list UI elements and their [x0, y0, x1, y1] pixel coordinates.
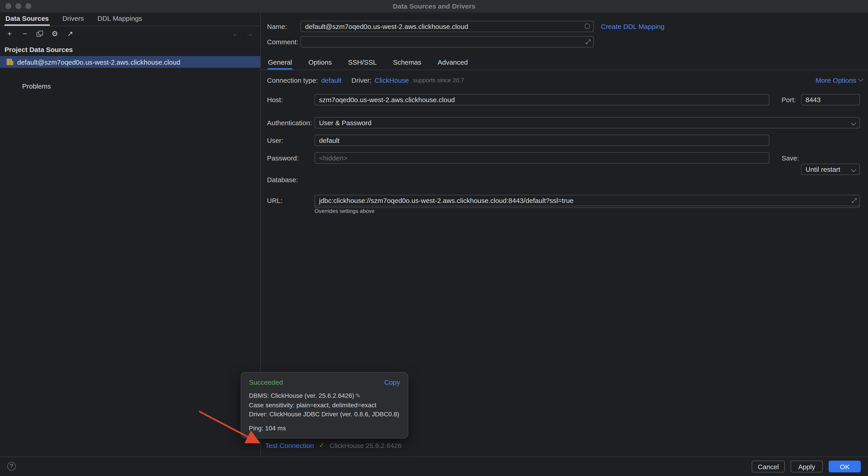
port-input[interactable] — [801, 94, 860, 105]
user-input[interactable] — [314, 135, 769, 146]
dialog-footer: ? Cancel Apply OK — [0, 456, 868, 476]
url-note: Overrides settings above — [314, 208, 374, 214]
apply-button[interactable]: Apply — [790, 461, 823, 472]
driver-line: Driver: ClickHouse JDBC Driver (ver. 0.8… — [249, 410, 400, 418]
ping-line: Ping: 104 ms — [249, 424, 400, 432]
annotation-arrow — [189, 399, 271, 447]
left-panel: Data Sources Drivers DDL Mappings + − ⚙ … — [0, 12, 260, 456]
data-source-row-selected[interactable]: default@szm7oqed0o.us-west-2.aws.clickho… — [0, 56, 260, 68]
export-icon[interactable]: ↗ — [66, 30, 74, 37]
forward-icon[interactable]: → — [246, 30, 253, 38]
data-source-name: default@szm7oqed0o.us-west-2.aws.clickho… — [17, 58, 180, 66]
copy-button[interactable]: Copy — [384, 378, 400, 386]
connection-type-label: Connection type: — [267, 76, 318, 84]
comment-input[interactable] — [301, 36, 594, 47]
titlebar: Data Sources and Drivers — [0, 0, 868, 13]
tab-advanced[interactable]: Advanced — [437, 56, 468, 70]
name-label: Name: — [267, 21, 287, 32]
connection-type-row: Connection type: default Driver: ClickHo… — [261, 74, 868, 86]
authentication-label: Authentication: — [267, 117, 312, 128]
comment-label: Comment: — [267, 36, 298, 47]
authentication-value: User & Password — [319, 119, 372, 127]
more-options-label: More Options — [815, 76, 856, 84]
comment-field-wrap: ⤢ — [301, 36, 594, 47]
chevron-down-icon — [851, 121, 856, 126]
tab-general[interactable]: General — [268, 56, 292, 70]
help-icon[interactable]: ? — [7, 462, 16, 471]
tab-ssh-ssl[interactable]: SSH/SSL — [347, 56, 377, 70]
dbms-line: DBMS: ClickHouse (ver. 25.6.2.6426)✎ — [249, 391, 400, 401]
left-tab-bar: Data Sources Drivers DDL Mappings — [0, 12, 260, 26]
url-input[interactable] — [314, 195, 860, 206]
port-label: Port: — [781, 94, 796, 105]
more-options-button[interactable]: More Options — [815, 74, 863, 86]
name-input[interactable] — [301, 21, 594, 32]
gear-icon[interactable]: ⚙ — [51, 30, 58, 37]
popup-details: DBMS: ClickHouse (ver. 25.6.2.6426)✎ Cas… — [249, 391, 400, 418]
user-field-wrap — [314, 135, 769, 146]
chevron-down-icon — [858, 77, 864, 82]
expand-icon[interactable]: ⤢ — [852, 197, 857, 204]
status-badge: Succeeded — [249, 378, 283, 386]
clickhouse-icon — [6, 58, 13, 66]
url-label: URL: — [267, 195, 282, 206]
connection-status: ClickHouse 25.6.2.6426 — [330, 441, 402, 449]
popup-header: Succeeded Copy — [249, 378, 400, 386]
password-label: Password: — [267, 152, 299, 164]
driver-label: Driver: — [351, 76, 371, 84]
add-icon[interactable]: + — [6, 30, 13, 37]
create-ddl-mapping-link[interactable]: Create DDL Mapping — [601, 21, 664, 32]
port-field-wrap — [801, 94, 860, 105]
host-input[interactable] — [314, 94, 769, 105]
url-field-wrap: ⤢ — [314, 195, 860, 206]
save-select[interactable]: Until restart — [801, 164, 860, 175]
project-data-sources-heading: Project Data Sources — [4, 46, 73, 53]
edit-icon[interactable]: ✎ — [355, 393, 361, 399]
footer-buttons: Cancel Apply OK — [752, 461, 861, 472]
chevron-down-icon — [851, 167, 856, 172]
tab-options[interactable]: Options — [308, 56, 332, 70]
authentication-select[interactable]: User & Password — [314, 117, 860, 128]
tab-data-sources[interactable]: Data Sources — [4, 12, 50, 26]
check-icon: ✓ — [319, 441, 324, 449]
host-field-wrap — [314, 94, 769, 105]
back-icon[interactable]: ← — [232, 30, 239, 38]
footer-links: Test Connection ✓ ClickHouse 25.6.2.6426 — [265, 441, 402, 449]
test-connection-link[interactable]: Test Connection — [265, 441, 314, 449]
case-sensitivity-line: Case sensitivity: plain=exact, delimited… — [249, 401, 400, 410]
duplicate-icon[interactable] — [37, 31, 43, 37]
cancel-button[interactable]: Cancel — [752, 461, 785, 472]
name-field-wrap — [301, 21, 594, 32]
save-label: Save: — [781, 152, 799, 164]
ok-button[interactable]: OK — [829, 461, 861, 472]
password-input[interactable] — [314, 152, 769, 164]
screenshot-viewport: Data Sources and Drivers Data Sources Dr… — [0, 0, 868, 476]
validation-spinner-icon — [585, 24, 590, 29]
left-toolbar: + − ⚙ ↗ — [0, 26, 260, 41]
tab-drivers[interactable]: Drivers — [62, 12, 85, 26]
history-nav: ← → — [232, 26, 253, 41]
driver-value[interactable]: ClickHouse — [375, 76, 409, 84]
connection-type-value[interactable]: default — [321, 76, 341, 84]
problems-node[interactable]: Problems — [22, 82, 51, 90]
driver-note: supports since 20.7 — [413, 77, 464, 83]
host-label: Host: — [267, 94, 283, 105]
settings-tab-bar: General Options SSH/SSL Schemas Advanced — [261, 56, 868, 70]
user-label: User: — [267, 135, 283, 146]
window-title: Data Sources and Drivers — [0, 0, 868, 12]
tab-ddl-mappings[interactable]: DDL Mappings — [97, 12, 143, 26]
expand-icon[interactable]: ⤢ — [586, 38, 591, 45]
tab-schemas[interactable]: Schemas — [393, 56, 422, 70]
password-field-wrap — [314, 152, 769, 164]
remove-icon[interactable]: − — [21, 30, 29, 37]
data-sources-dialog: Data Sources and Drivers Data Sources Dr… — [0, 0, 868, 476]
save-value: Until restart — [806, 165, 840, 173]
database-label: Database: — [267, 174, 298, 185]
